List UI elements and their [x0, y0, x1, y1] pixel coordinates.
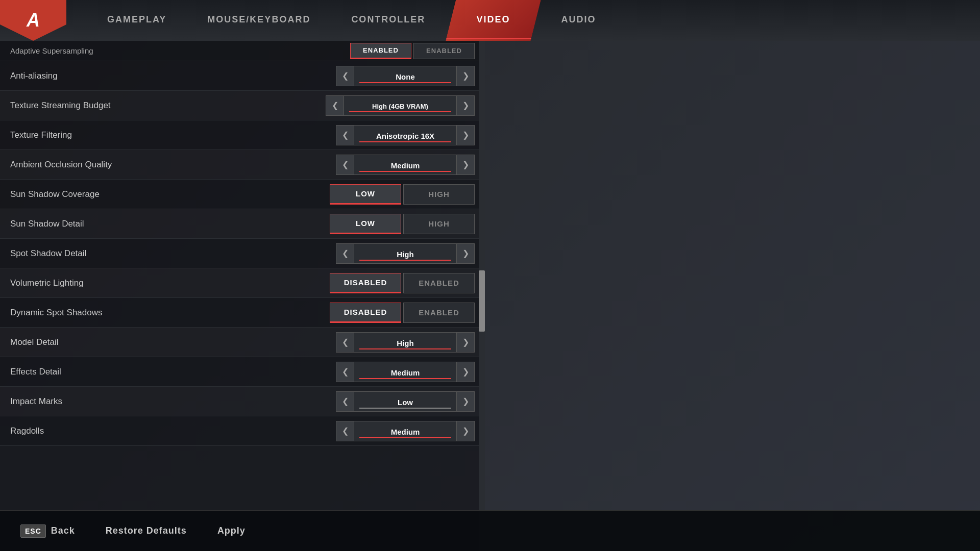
setting-row-sun-shadow-coverage: Sun Shadow Coverage Low High [0, 180, 485, 209]
texture-streaming-left-btn[interactable]: ❮ [326, 95, 344, 116]
control-texture-streaming: ❮ High (4GB VRAM) ❯ [326, 95, 475, 116]
spot-shadow-detail-left-btn[interactable]: ❮ [336, 243, 354, 264]
right-panel [485, 41, 980, 551]
model-detail-value: High [354, 332, 456, 353]
partial-label: Adaptive Supersampling [10, 46, 350, 55]
control-effects-detail: ❮ Medium ❯ [336, 362, 475, 382]
label-spot-shadow-detail: Spot Shadow Detail [10, 248, 336, 259]
back-action[interactable]: ESC Back [20, 524, 75, 538]
tab-audio[interactable]: AUDIO [541, 0, 616, 41]
spot-shadow-detail-right-btn[interactable]: ❯ [456, 243, 475, 264]
setting-row-effects-detail: Effects Detail ❮ Medium ❯ [0, 357, 485, 387]
sun-shadow-detail-low-btn[interactable]: Low [330, 214, 401, 234]
spot-shadow-detail-value: High [354, 243, 456, 264]
settings-panel: Adaptive Supersampling Enabled Enabled A… [0, 41, 485, 551]
control-volumetric-lighting: Disabled Enabled [330, 273, 475, 293]
sun-shadow-detail-high-btn[interactable]: High [403, 214, 475, 234]
volumetric-lighting-enabled-btn[interactable]: Enabled [403, 273, 475, 293]
effects-detail-value: Medium [354, 362, 456, 382]
control-dynamic-spot-shadows: Disabled Enabled [330, 303, 475, 323]
effects-detail-left-btn[interactable]: ❮ [336, 362, 354, 382]
texture-streaming-value: High (4GB VRAM) [344, 95, 456, 116]
anti-aliasing-left-btn[interactable]: ❮ [336, 66, 354, 86]
label-sun-shadow-detail: Sun Shadow Detail [10, 219, 330, 229]
setting-row-texture-filtering: Texture Filtering ❮ Anisotropic 16X ❯ [0, 120, 485, 150]
model-detail-underline [359, 348, 451, 349]
partial-val2[interactable]: Enabled [413, 43, 475, 59]
control-texture-filtering: ❮ Anisotropic 16X ❯ [336, 125, 475, 145]
anti-aliasing-right-btn[interactable]: ❯ [456, 66, 475, 86]
scrollbar-thumb[interactable] [479, 270, 485, 332]
setting-row-ambient-occlusion: Ambient Occlusion Quality ❮ Medium ❯ [0, 150, 485, 180]
control-anti-aliasing: ❮ None ❯ [336, 66, 475, 86]
settings-scroll[interactable]: Adaptive Supersampling Enabled Enabled A… [0, 41, 485, 510]
setting-row-anti-aliasing: Anti-aliasing ❮ None ❯ [0, 61, 485, 91]
ragdolls-underline [359, 437, 451, 438]
texture-streaming-underline [349, 111, 451, 112]
tab-video[interactable]: VIDEO [446, 0, 541, 41]
tab-gameplay[interactable]: GAMEPLAY [87, 0, 187, 41]
effects-detail-underline [359, 378, 451, 379]
label-texture-streaming: Texture Streaming Budget [10, 101, 326, 111]
model-detail-left-btn[interactable]: ❮ [336, 332, 354, 353]
label-ragdolls: Ragdolls [10, 426, 336, 436]
scrollbar-track[interactable] [479, 41, 485, 551]
ambient-occlusion-underline [359, 171, 451, 172]
tab-mouse-keyboard[interactable]: MOUSE/KEYBOARD [187, 0, 331, 41]
texture-filtering-left-btn[interactable]: ❮ [336, 125, 354, 145]
control-model-detail: ❮ High ❯ [336, 332, 475, 353]
impact-marks-underline [359, 408, 451, 409]
label-model-detail: Model Detail [10, 337, 336, 347]
label-ambient-occlusion: Ambient Occlusion Quality [10, 160, 336, 170]
partial-val1[interactable]: Enabled [350, 43, 411, 59]
nav-tabs: GAMEPLAY MOUSE/KEYBOARD CONTROLLER VIDEO… [87, 0, 980, 41]
setting-row-volumetric-lighting: Volumetric Lighting Disabled Enabled [0, 268, 485, 298]
spot-shadow-detail-underline [359, 260, 451, 261]
label-texture-filtering: Texture Filtering [10, 130, 336, 140]
anti-aliasing-underline [359, 82, 451, 83]
setting-row-spot-shadow-detail: Spot Shadow Detail ❮ High ❯ [0, 239, 485, 268]
texture-filtering-underline [359, 141, 451, 142]
control-sun-shadow-detail: Low High [330, 214, 475, 234]
ragdolls-left-btn[interactable]: ❮ [336, 421, 354, 441]
sun-shadow-coverage-low-btn[interactable]: Low [330, 184, 401, 205]
ragdolls-right-btn[interactable]: ❯ [456, 421, 475, 441]
texture-streaming-right-btn[interactable]: ❯ [456, 95, 475, 116]
control-ambient-occlusion: ❮ Medium ❯ [336, 155, 475, 175]
ambient-occlusion-value: Medium [354, 155, 456, 175]
setting-row-model-detail: Model Detail ❮ High ❯ [0, 328, 485, 357]
texture-filtering-right-btn[interactable]: ❯ [456, 125, 475, 145]
impact-marks-right-btn[interactable]: ❯ [456, 391, 475, 412]
apply-action[interactable]: Apply [217, 525, 246, 536]
texture-filtering-value: Anisotropic 16X [354, 125, 456, 145]
apex-logo: A [27, 10, 40, 31]
control-ragdolls: ❮ Medium ❯ [336, 421, 475, 441]
impact-marks-left-btn[interactable]: ❮ [336, 391, 354, 412]
model-detail-right-btn[interactable]: ❯ [456, 332, 475, 353]
effects-detail-right-btn[interactable]: ❯ [456, 362, 475, 382]
control-spot-shadow-detail: ❮ High ❯ [336, 243, 475, 264]
restore-defaults-action[interactable]: Restore Defaults [106, 525, 187, 536]
apply-label: Apply [217, 525, 246, 536]
label-anti-aliasing: Anti-aliasing [10, 71, 336, 81]
ambient-occlusion-right-btn[interactable]: ❯ [456, 155, 475, 175]
label-sun-shadow-coverage: Sun Shadow Coverage [10, 189, 330, 199]
setting-row-sun-shadow-detail: Sun Shadow Detail Low High [0, 209, 485, 239]
label-effects-detail: Effects Detail [10, 367, 336, 377]
setting-row-dynamic-spot-shadows: Dynamic Spot Shadows Disabled Enabled [0, 298, 485, 328]
volumetric-lighting-disabled-btn[interactable]: Disabled [330, 273, 401, 293]
bottom-bar: ESC Back Restore Defaults Apply [0, 510, 980, 551]
control-impact-marks: ❮ Low ❯ [336, 391, 475, 412]
ragdolls-value: Medium [354, 421, 456, 441]
main-content: Adaptive Supersampling Enabled Enabled A… [0, 41, 980, 551]
setting-row-impact-marks: Impact Marks ❮ Low ❯ [0, 387, 485, 416]
setting-row-texture-streaming: Texture Streaming Budget ❮ High (4GB VRA… [0, 91, 485, 120]
tab-controller[interactable]: CONTROLLER [331, 0, 446, 41]
esc-key: ESC [20, 524, 46, 538]
control-sun-shadow-coverage: Low High [330, 184, 475, 205]
dynamic-spot-shadows-enabled-btn[interactable]: Enabled [403, 303, 475, 323]
ambient-occlusion-left-btn[interactable]: ❮ [336, 155, 354, 175]
sun-shadow-coverage-high-btn[interactable]: High [403, 184, 475, 205]
dynamic-spot-shadows-disabled-btn[interactable]: Disabled [330, 303, 401, 323]
logo-area: A [0, 0, 66, 41]
